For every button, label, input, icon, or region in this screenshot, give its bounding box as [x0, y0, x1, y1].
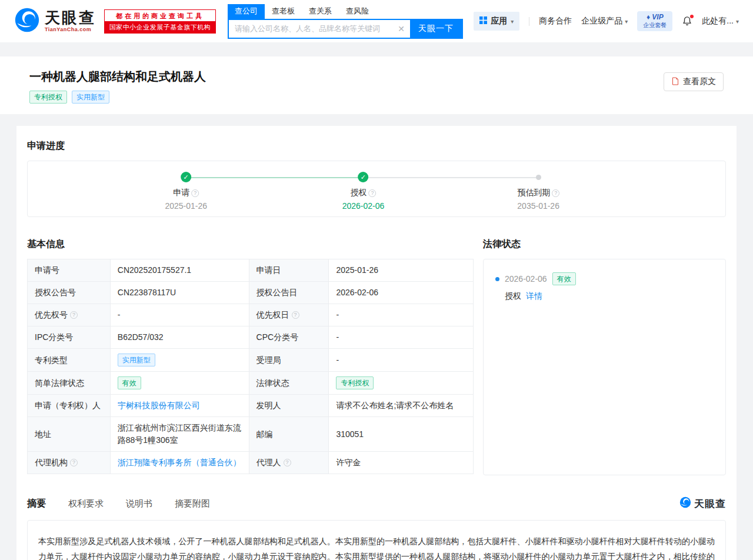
agency-link[interactable]: 浙江翔隆专利事务所（普通合伙） — [118, 458, 241, 467]
user-account-menu[interactable]: 此处有... ▾ — [702, 16, 739, 26]
divider — [529, 17, 529, 26]
patent-granted-tag: 专利授权 — [29, 91, 67, 104]
help-icon[interactable]: ? — [552, 189, 559, 197]
tianyancha-logo[interactable]: 天眼查 TianYanCha.com — [14, 7, 96, 35]
table-row: 地址 浙江省杭州市滨江区西兴街道东流路88号1幢306室 邮编 310051 — [28, 417, 474, 452]
value-publication-date: 2026-02-06 — [329, 282, 474, 304]
tab-description[interactable]: 说明书 — [126, 498, 152, 509]
basic-info-section: 基本信息 申请号 CN202520175527.1 申请日 2025-01-26… — [27, 238, 474, 474]
step-date: 2025-01-26 — [165, 201, 207, 211]
legal-status-heading: 法律状态 — [483, 238, 726, 251]
document-icon — [671, 77, 679, 87]
apps-label: 应用 — [491, 16, 507, 26]
label-inventor: 发明人 — [249, 395, 329, 417]
tianyancha-watermark-logo: 天眼查 — [679, 496, 726, 511]
legal-detail-link[interactable]: 详情 — [526, 291, 542, 302]
label-simple-legal-status: 简单法律状态 — [28, 372, 111, 395]
notification-bell-icon[interactable] — [682, 16, 692, 26]
help-icon[interactable]: ? — [70, 459, 78, 466]
help-icon[interactable]: ? — [191, 189, 199, 197]
promo-line2: 国家中小企业发展子基金旗下机构 — [105, 21, 215, 33]
help-icon[interactable]: ? — [292, 311, 299, 319]
value-priority-date: - — [329, 304, 474, 326]
search-tab-boss[interactable]: 查老板 — [265, 4, 302, 19]
title-tags: 专利授权 实用新型 — [29, 91, 724, 104]
value-publication-number: CN223878117U — [110, 282, 249, 304]
search-tab-company[interactable]: 查公司 — [228, 4, 265, 19]
search-button[interactable]: 天眼一下 — [410, 20, 462, 38]
label-application-number: 申请号 — [28, 259, 111, 282]
step-date: 2035-01-26 — [517, 201, 559, 211]
progress-section-heading: 申请进度 — [27, 140, 726, 152]
search-tabs: 查公司 查老板 查关系 查风险 — [228, 4, 463, 19]
search-area: 查公司 查老板 查关系 查风险 ✕ 天眼一下 — [228, 4, 463, 39]
timeline-segment-done — [186, 177, 363, 178]
apps-grid-icon — [479, 16, 487, 26]
tab-figures[interactable]: 摘要附图 — [175, 498, 210, 509]
search-tab-relation[interactable]: 查关系 — [302, 4, 339, 19]
progress-step-application: ✓ 申请 ? 2025-01-26 — [165, 172, 207, 211]
chevron-down-icon: ▾ — [511, 18, 514, 25]
user-label: 此处有... — [702, 16, 734, 26]
vip-package-button[interactable]: ♦ VIP 企业套餐 — [637, 11, 672, 31]
nav-enterprise-product[interactable]: 企业级产品 ▾ — [581, 16, 628, 26]
label-legal-status: 法律状态 — [249, 372, 329, 395]
utility-model-tag: 实用新型 — [118, 354, 155, 366]
legal-status-section: 法律状态 2026-02-06 有效 授权 详情 — [483, 238, 726, 475]
clear-icon[interactable]: ✕ — [392, 24, 410, 34]
chevron-down-icon: ▾ — [625, 18, 628, 25]
utility-model-tag: 实用新型 — [72, 91, 109, 104]
value-application-date: 2025-01-26 — [329, 259, 474, 282]
search-tab-risk[interactable]: 查风险 — [339, 4, 376, 19]
tianyancha-logo-icon — [679, 496, 691, 511]
table-row: 申请（专利权）人 宇树科技股份有限公司 发明人 请求不公布姓名;请求不公布姓名 — [28, 395, 474, 417]
view-original-button[interactable]: 查看原文 — [664, 72, 724, 91]
value-cpc-class: - — [329, 326, 474, 349]
table-row: 申请号 CN202520175527.1 申请日 2025-01-26 — [28, 259, 474, 282]
tab-abstract[interactable]: 摘要 — [27, 498, 46, 510]
content-tabs: 摘要 权利要求 说明书 摘要附图 天眼查 — [27, 496, 726, 511]
table-row: 专利类型 实用新型 受理局 - — [28, 349, 474, 372]
legal-status-date: 2026-02-06 — [505, 274, 547, 284]
view-original-label: 查看原文 — [683, 76, 716, 87]
label-priority-number: 优先权号? — [28, 304, 111, 326]
apps-menu-button[interactable]: 应用 ▾ — [474, 12, 519, 31]
application-progress-panel: ✓ 申请 ? 2025-01-26 ✓ 授权 ? 2026-02-06 预估到期… — [27, 161, 726, 217]
legal-action-label: 授权 — [505, 291, 521, 302]
timeline-bullet-icon — [495, 277, 499, 281]
chevron-down-icon: ▾ — [736, 18, 739, 25]
help-icon[interactable]: ? — [368, 189, 376, 197]
value-postal-code: 310051 — [329, 417, 474, 452]
valid-tag: 有效 — [552, 272, 576, 285]
label-applicant: 申请（专利权）人 — [28, 395, 111, 417]
table-row: 简单法律状态 有效 法律状态 专利授权 — [28, 372, 474, 395]
table-row: IPC分类号 B62D57/032 CPC分类号 - — [28, 326, 474, 349]
value-legal-status: 专利授权 — [329, 372, 474, 395]
check-icon: ✓ — [358, 172, 368, 182]
header-right-nav: 应用 ▾ 商务合作 企业级产品 ▾ ♦ VIP 企业套餐 此处有... ▾ — [474, 11, 739, 31]
step-label: 申请 — [173, 188, 189, 198]
help-icon[interactable]: ? — [284, 459, 291, 466]
enterprise-label: 企业级产品 — [581, 16, 622, 26]
applicant-link[interactable]: 宇树科技股份有限公司 — [118, 401, 200, 410]
watermark-text: 天眼查 — [694, 497, 726, 511]
value-simple-legal-status: 有效 — [110, 372, 249, 395]
label-accepting-office: 受理局 — [249, 349, 329, 372]
pending-dot-icon — [536, 175, 541, 180]
vip-diamond-icon: ♦ — [647, 13, 650, 21]
value-accepting-office: - — [329, 349, 474, 372]
value-patent-type: 实用新型 — [110, 349, 249, 372]
step-label: 授权 — [350, 188, 366, 198]
tab-claims[interactable]: 权利要求 — [68, 498, 104, 509]
logo-domain-text: TianYanCha.com — [45, 26, 96, 32]
search-input[interactable] — [229, 24, 392, 33]
help-icon[interactable]: ? — [70, 311, 78, 319]
label-address: 地址 — [28, 417, 111, 452]
label-publication-date: 授权公告日 — [249, 282, 329, 304]
patent-title-section: 一种机器人腿部结构和足式机器人 专利授权 实用新型 查看原文 — [0, 56, 753, 114]
main-content-card: 申请进度 ✓ 申请 ? 2025-01-26 ✓ 授权 ? 2026-02-06… — [16, 126, 737, 560]
table-row: 优先权号? - 优先权日? - — [28, 304, 474, 326]
nav-business-cooperation[interactable]: 商务合作 — [539, 16, 572, 26]
abstract-content: 本实用新型涉及足式机器人技术领域，公开了一种机器人腿部结构和足式机器人。本实用新… — [27, 520, 726, 560]
label-patent-type: 专利类型 — [28, 349, 111, 372]
